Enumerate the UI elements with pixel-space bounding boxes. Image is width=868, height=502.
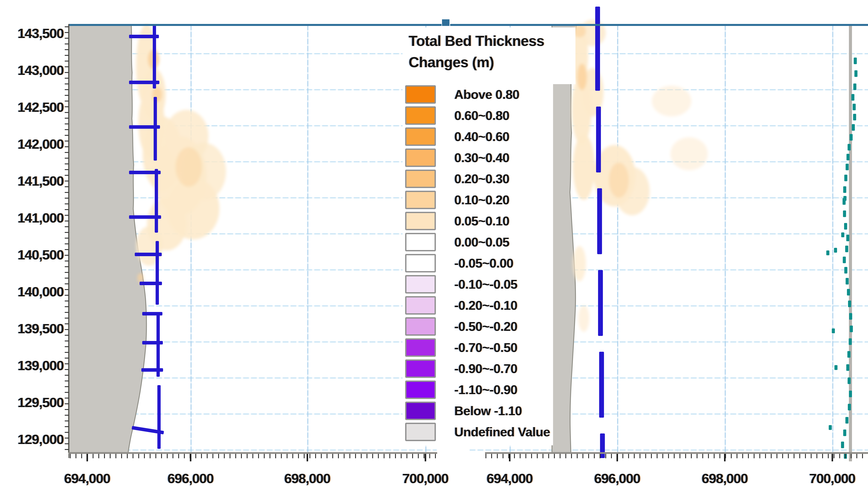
x-axis-minortick-left-62 bbox=[424, 454, 424, 458]
y-axis-tick-69 bbox=[65, 421, 69, 421]
x-axis-minortick-left-8 bbox=[115, 454, 116, 458]
teal-outlier-dash-6 bbox=[829, 425, 832, 430]
navy-dash-right-5 bbox=[600, 433, 605, 458]
x-axis-minortick-right-22 bbox=[611, 454, 612, 458]
x-axis-minortick-right-35 bbox=[685, 454, 686, 458]
right-deposition-patches bbox=[571, 20, 708, 332]
legend-title-background bbox=[552, 28, 576, 84]
legend-swatch-14 bbox=[405, 381, 436, 399]
y-axis-tick-30 bbox=[65, 198, 69, 199]
y-axis-tick-20 bbox=[65, 141, 69, 141]
x-axis-minortick-right-61 bbox=[834, 454, 835, 458]
y-axis-tick-5 bbox=[65, 55, 69, 56]
legend-swatch-5 bbox=[405, 191, 436, 209]
legend-label-7: 0.00~0.05 bbox=[454, 235, 509, 252]
y-axis-tick-43 bbox=[65, 272, 69, 273]
x-axis-label-right-3: 700,000 bbox=[795, 471, 868, 486]
teal-dash-19 bbox=[844, 267, 847, 273]
x-axis-minortick-left-1 bbox=[75, 454, 76, 458]
x-axis-minortick-right-31 bbox=[662, 454, 663, 458]
teal-dash-16 bbox=[846, 235, 849, 241]
x-axis-minortick-right-39 bbox=[708, 454, 709, 458]
legend-label-1: 0.60~0.80 bbox=[454, 108, 509, 126]
x-axis-minortick-right-5 bbox=[514, 454, 515, 458]
x-axis-label-right-1: 696,000 bbox=[580, 471, 654, 486]
teal-outlier-dash-0 bbox=[844, 196, 847, 201]
y-axis-tick-48 bbox=[65, 301, 69, 301]
legend-swatch-4 bbox=[405, 170, 436, 188]
teal-dash-23 bbox=[849, 313, 852, 320]
teal-dash-18 bbox=[843, 257, 846, 263]
x-axis-minortick-right-50 bbox=[771, 454, 772, 458]
y-axis-label-2: 142,500 bbox=[2, 99, 64, 115]
legend-swatch-8 bbox=[405, 254, 436, 272]
y-axis-tick-3 bbox=[65, 43, 69, 44]
x-axis-minortick-right-6 bbox=[520, 454, 520, 458]
x-axis-minortick-left-30 bbox=[241, 454, 242, 458]
x-axis-minortick-left-28 bbox=[229, 454, 230, 458]
x-axis-minortick-left-36 bbox=[275, 454, 276, 458]
x-axis-minortick-left-57 bbox=[395, 454, 396, 458]
navy-dash-right-2 bbox=[597, 188, 602, 254]
x-axis-minortick-right-41 bbox=[720, 454, 720, 458]
y-axis-tick-74 bbox=[65, 449, 69, 450]
navy-dash-right-0 bbox=[595, 25, 600, 91]
legend-label-4: 0.20~0.30 bbox=[454, 171, 509, 189]
legend-swatch-3 bbox=[405, 149, 436, 167]
teal-dash-2 bbox=[853, 83, 856, 90]
x-axis-minortick-right-62 bbox=[839, 454, 840, 458]
x-axis-minortick-right-55 bbox=[799, 454, 800, 458]
legend-swatch-6 bbox=[405, 212, 436, 230]
teal-outlier-dash-1 bbox=[841, 232, 844, 237]
legend-title-line2: Changes (m) bbox=[409, 54, 554, 71]
x-axis-minortick-right-46 bbox=[748, 454, 749, 458]
teal-outlier-dash-5 bbox=[835, 365, 837, 370]
y-axis-tick-63 bbox=[65, 386, 69, 387]
y-axis-tick-46 bbox=[65, 289, 69, 290]
groyne-2 bbox=[129, 125, 160, 129]
x-axis-minortick-right-48 bbox=[760, 454, 760, 458]
y-axis-tick-4 bbox=[65, 49, 69, 50]
y-axis-tick-68 bbox=[65, 415, 69, 416]
y-axis-tick-70 bbox=[65, 426, 69, 427]
x-axis-minortick-right-7 bbox=[525, 454, 526, 458]
groyne-9 bbox=[141, 368, 163, 372]
y-axis-label-10: 129,500 bbox=[2, 394, 64, 410]
x-axis-majortick-left-3 bbox=[425, 454, 426, 461]
y-axis-tick-57 bbox=[65, 352, 69, 353]
x-axis-label-left-0: 694,000 bbox=[50, 471, 124, 486]
x-axis-minortick-left-58 bbox=[401, 454, 402, 458]
x-axis-minortick-right-0 bbox=[485, 454, 486, 458]
x-axis-minortick-right-56 bbox=[805, 454, 806, 458]
x-axis-minortick-left-46 bbox=[332, 454, 333, 458]
groyne-3 bbox=[129, 171, 161, 174]
y-axis-tick-21 bbox=[65, 146, 69, 147]
x-axis-minortick-left-29 bbox=[235, 454, 236, 458]
x-axis-minortick-left-9 bbox=[121, 454, 122, 458]
y-axis-tick-56 bbox=[65, 346, 69, 347]
x-axis-minortick-left-17 bbox=[167, 454, 168, 458]
x-axis-minortick-left-44 bbox=[321, 454, 322, 458]
x-axis-minortick-right-16 bbox=[577, 454, 578, 458]
x-axis-minortick-left-50 bbox=[355, 454, 356, 458]
x-axis-minortick-right-8 bbox=[531, 454, 532, 458]
y-axis-tick-9 bbox=[65, 78, 69, 79]
teal-dash-26 bbox=[847, 351, 850, 358]
y-axis-tick-45 bbox=[65, 283, 69, 284]
legend-label-12: -0.70~-0.50 bbox=[454, 340, 517, 358]
x-axis-minortick-right-26 bbox=[634, 454, 635, 458]
y-axis-tick-35 bbox=[65, 226, 69, 227]
teal-dash-27 bbox=[846, 364, 849, 371]
groyne-1 bbox=[129, 81, 159, 84]
x-axis-minortick-right-58 bbox=[816, 454, 817, 458]
teal-dash-21 bbox=[847, 289, 850, 295]
x-axis-minortick-right-47 bbox=[754, 454, 755, 458]
y-axis-tick-42 bbox=[65, 266, 69, 267]
navy-dash-left-5 bbox=[157, 385, 161, 449]
x-axis-majortick-left-0 bbox=[86, 454, 88, 461]
x-axis-minortick-left-63 bbox=[429, 454, 430, 458]
y-axis-tick-7 bbox=[65, 66, 69, 67]
x-axis-minortick-left-13 bbox=[144, 454, 145, 458]
x-axis-minortick-left-2 bbox=[81, 454, 82, 458]
x-axis-minortick-right-65 bbox=[856, 454, 857, 458]
